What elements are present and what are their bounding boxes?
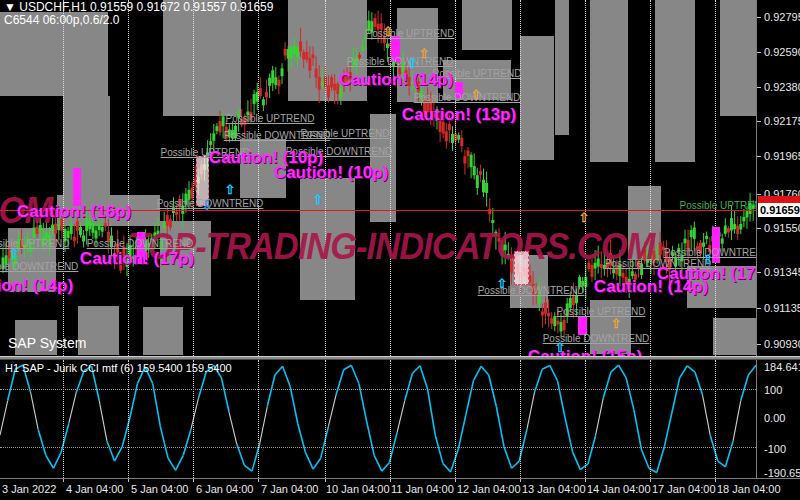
period-separator	[258, 360, 259, 478]
osc-tick-label: 100	[764, 384, 782, 396]
period-separator	[455, 0, 456, 356]
price-tick-label: 0.92380	[764, 81, 800, 93]
time-tick-mark	[258, 479, 259, 482]
symbol-dropdown-icon[interactable]: ▼	[4, 0, 16, 14]
caution-label: Caution! (17p)	[657, 264, 756, 284]
period-separator	[715, 360, 716, 478]
time-tick-label: 6 Jan 04:00	[196, 483, 254, 495]
price-tick-label: 0.91965	[764, 150, 800, 162]
price-tick-mark	[757, 156, 761, 157]
uptrend-label: Possible UPTREND	[366, 28, 455, 39]
price-axis[interactable]: 0.91659 0.927950.925900.923800.921750.91…	[756, 0, 800, 478]
period-separator	[520, 360, 521, 478]
up-arrow-icon: ⇧	[383, 24, 394, 39]
period-separator	[390, 360, 391, 478]
caution-label: Caution! (16p)	[17, 202, 131, 222]
downtrend-label: Possible DOWNTREND	[224, 130, 331, 141]
signal-highlight	[514, 251, 529, 285]
price-tick-mark	[757, 308, 761, 309]
up-arrow-icon: ⇧	[497, 276, 508, 291]
osc-tick-label: -100	[764, 443, 786, 455]
up-arrow-icon: ⇧	[313, 192, 324, 207]
time-tick-mark	[520, 479, 521, 482]
osc-tick-label: 0.00	[764, 412, 785, 424]
time-axis[interactable]: 3 Jan 20224 Jan 04:005 Jan 04:006 Jan 04…	[0, 478, 800, 500]
indicator-panel[interactable]: H1 SAP - Jurik CCI mtf (6) 159.5400 159.…	[0, 360, 756, 478]
time-tick-mark	[63, 479, 64, 482]
time-tick-mark	[325, 479, 326, 482]
bid-price-tag: 0.91659	[758, 203, 800, 217]
up-arrow-icon: ⇧	[407, 56, 418, 71]
system-label: SAP System	[8, 335, 86, 351]
time-tick-label: 11 Jan 04:00	[391, 483, 454, 495]
up-arrow-icon: ⇧	[9, 246, 20, 261]
cci-line-layer	[0, 360, 756, 478]
time-tick-label: 17 Jan 04:00	[652, 483, 716, 495]
signal-highlight	[73, 168, 81, 206]
time-tick-label: 4 Jan 04:00	[66, 483, 124, 495]
price-tick-label: 0.91550	[764, 222, 800, 234]
downtrend-label: Possible DOWNTREND	[414, 92, 521, 103]
price-tick-label: 0.92175	[764, 115, 800, 127]
price-tick-mark	[757, 87, 761, 88]
downtrend-label: Possible DOWNTREND	[87, 238, 194, 249]
indicator-comment: C6544 06:00p,0.6/2.0	[4, 14, 273, 27]
price-tick-mark	[757, 194, 761, 195]
time-tick-mark	[650, 479, 651, 482]
price-tick-label: 0.91345	[764, 266, 800, 278]
price-tick-mark	[757, 272, 761, 273]
up-arrow-icon: ⇧	[419, 46, 430, 61]
main-chart[interactable]: .COM TOP-TRADING-INDICATORS.COM Possible…	[0, 0, 756, 356]
price-tick-mark	[757, 228, 761, 229]
caution-label: Caution! (17p)	[80, 249, 194, 269]
price-tick-mark	[757, 17, 761, 18]
price-tick-mark	[757, 52, 761, 53]
caution-label: Caution! (14p)	[339, 70, 453, 90]
indicator-title: H1 SAP - Jurik CCI mtf (6) 159.5400 159.…	[5, 362, 232, 374]
up-arrow-icon: ⇧	[579, 210, 590, 225]
period-separator	[63, 360, 64, 478]
time-tick-mark	[390, 479, 391, 482]
time-tick-label: 3 Jan 2022	[2, 483, 56, 495]
period-separator	[63, 0, 64, 356]
uptrend-label: Possible UPTREND	[557, 306, 646, 317]
up-arrow-icon: ⇧	[611, 316, 622, 331]
downtrend-label: Possible DOWNTREND	[0, 261, 78, 272]
uptrend-label: Possible UPTREND	[226, 113, 315, 124]
time-tick-mark	[715, 479, 716, 482]
time-tick-label: 10 Jan 04:00	[326, 483, 390, 495]
mt4-window: .COM TOP-TRADING-INDICATORS.COM Possible…	[0, 0, 800, 500]
period-separator	[193, 360, 194, 478]
price-tick-label: 0.90930	[764, 338, 800, 350]
time-tick-label: 12 Jan 04:00	[457, 483, 521, 495]
symbol-ohlc-title: USDCHF,H1 0.91559 0.91672 0.91557 0.9165…	[19, 0, 273, 14]
period-separator	[325, 360, 326, 478]
price-tick-label: 0.92590	[764, 46, 800, 58]
chart-title: ▼ USDCHF,H1 0.91559 0.91672 0.91557 0.91…	[4, 1, 273, 27]
price-tick-label: 0.91135	[764, 302, 800, 314]
period-separator	[520, 0, 521, 356]
time-tick-mark	[455, 479, 456, 482]
downtrend-label: Possible DOWNTREND	[347, 56, 454, 67]
period-separator	[650, 0, 651, 356]
period-separator	[585, 0, 586, 356]
time-tick-mark	[128, 479, 129, 482]
time-tick-mark	[585, 479, 586, 482]
period-separator	[585, 360, 586, 478]
period-separator	[650, 360, 651, 478]
period-separator	[455, 360, 456, 478]
period-separator	[715, 0, 716, 356]
caution-label: Caution! (10p)	[274, 163, 388, 183]
period-separator	[258, 0, 259, 356]
watermark: TOP-TRADING-INDICATORS.COM	[128, 226, 654, 268]
price-tick-mark	[757, 344, 761, 345]
up-arrow-icon: ⇧	[471, 87, 482, 102]
osc-tick-label: 184.6413	[764, 361, 800, 373]
downtrend-label: Possible DOWNTREND	[478, 285, 585, 296]
up-arrow-icon: ⇧	[225, 182, 236, 197]
time-tick-label: 14 Jan 04:00	[587, 483, 651, 495]
cci-level-line	[0, 447, 756, 448]
time-tick-label: 5 Jan 04:00	[131, 483, 189, 495]
cci-level-line	[0, 389, 756, 390]
price-tick-mark	[757, 121, 761, 122]
